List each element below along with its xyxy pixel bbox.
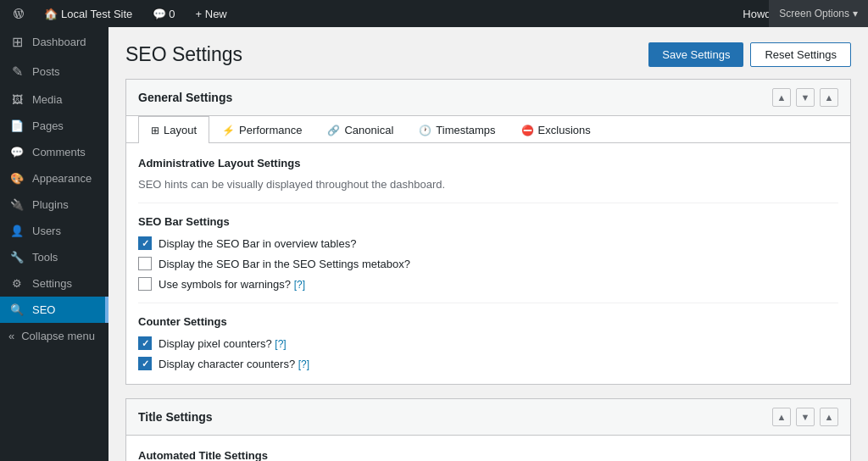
users-link[interactable]: 👤 Users bbox=[0, 218, 108, 244]
comments-icon: 💬 bbox=[8, 146, 25, 158]
sidebar-item-tools[interactable]: 🔧 Tools bbox=[0, 244, 108, 270]
use-symbols-checkbox[interactable] bbox=[138, 277, 152, 291]
sidebar-item-label: Settings bbox=[32, 277, 72, 290]
collapse-menu-button[interactable]: « Collapse menu bbox=[0, 323, 108, 349]
page-header-actions: Save Settings Reset Settings bbox=[648, 42, 851, 67]
save-settings-button[interactable]: Save Settings bbox=[648, 42, 743, 67]
seo-bar-heading: SEO Bar Settings bbox=[138, 215, 838, 228]
title-box-minimize-button[interactable]: ▲ bbox=[820, 408, 838, 426]
section-divider-2 bbox=[138, 303, 838, 303]
pages-link[interactable]: 📄 Pages bbox=[0, 113, 108, 139]
use-symbols-help-link[interactable]: [?] bbox=[294, 279, 305, 291]
sidebar-item-pages[interactable]: 📄 Pages bbox=[0, 113, 108, 139]
posts-icon: ✎ bbox=[8, 64, 25, 80]
dashboard-link[interactable]: ⊞ Dashboard bbox=[0, 27, 108, 57]
admin-layout-heading: Administrative Layout Settings bbox=[138, 157, 838, 169]
box-collapse-down-button[interactable]: ▼ bbox=[796, 88, 815, 107]
reset-settings-button[interactable]: Reset Settings bbox=[750, 42, 851, 67]
tab-exclusions[interactable]: ⛔ Exclusions bbox=[509, 116, 604, 143]
comments-link[interactable]: 💬 Comments bbox=[0, 139, 108, 165]
pages-icon: 📄 bbox=[8, 119, 25, 132]
general-settings-header: General Settings ▲ ▼ ▲ bbox=[126, 80, 850, 116]
media-icon: 🖼 bbox=[8, 93, 25, 106]
performance-tab-icon: ⚡ bbox=[222, 125, 235, 136]
pixel-counters-help-link[interactable]: [?] bbox=[275, 338, 286, 350]
admin-layout-section: Administrative Layout Settings SEO hints… bbox=[138, 157, 838, 191]
title-box-controls: ▲ ▼ ▲ bbox=[772, 408, 838, 426]
sidebar-item-users[interactable]: 👤 Users bbox=[0, 218, 108, 244]
title-box-collapse-up-button[interactable]: ▲ bbox=[772, 408, 791, 426]
seo-icon: 🔍 bbox=[8, 303, 25, 316]
sidebar-item-media[interactable]: 🖼 Media bbox=[0, 86, 108, 113]
seo-link[interactable]: 🔍 SEO bbox=[0, 297, 108, 323]
box-collapse-up-button[interactable]: ▲ bbox=[772, 88, 791, 107]
char-counters-row: Display character counters? [?] bbox=[138, 357, 838, 370]
title-settings-header: Title Settings ▲ ▼ ▲ bbox=[126, 399, 850, 436]
pixel-counters-checkbox[interactable] bbox=[138, 336, 152, 350]
collapse-arrow-icon: « bbox=[8, 330, 14, 342]
plugins-link[interactable]: 🔌 Plugins bbox=[0, 192, 108, 218]
tools-icon: 🔧 bbox=[8, 251, 25, 264]
media-link[interactable]: 🖼 Media bbox=[0, 86, 108, 113]
appearance-link[interactable]: 🎨 Appearance bbox=[0, 165, 108, 192]
comments-count: 0 bbox=[169, 8, 175, 20]
sidebar-item-dashboard[interactable]: ⊞ Dashboard bbox=[0, 27, 108, 57]
seo-bar-metabox-checkbox[interactable] bbox=[138, 257, 152, 270]
timestamps-tab-icon: 🕐 bbox=[419, 125, 431, 136]
admin-layout-description: SEO hints can be visually displayed thro… bbox=[138, 178, 838, 191]
title-box-collapse-down-button[interactable]: ▼ bbox=[796, 408, 815, 426]
layout-tab-icon: ⊞ bbox=[151, 125, 159, 136]
sidebar-item-settings[interactable]: ⚙ Settings bbox=[0, 270, 108, 297]
site-name-link[interactable]: 🏠 Local Test Site bbox=[37, 8, 139, 20]
sidebar-item-posts[interactable]: ✎ Posts bbox=[0, 57, 108, 86]
tab-canonical-label: Canonical bbox=[344, 124, 393, 136]
use-symbols-label: Use symbols for warnings? [?] bbox=[159, 278, 305, 291]
comments-link[interactable]: 💬 0 bbox=[146, 8, 181, 20]
tab-canonical[interactable]: 🔗 Canonical bbox=[314, 116, 406, 143]
posts-link[interactable]: ✎ Posts bbox=[0, 57, 108, 86]
wp-logo[interactable] bbox=[7, 0, 31, 27]
admin-sidebar: ⊞ Dashboard ✎ Posts 🖼 Media 📄 Pa bbox=[0, 27, 108, 461]
box-controls: ▲ ▼ ▲ bbox=[772, 88, 838, 107]
tab-exclusions-label: Exclusions bbox=[538, 124, 591, 136]
main-layout: ⊞ Dashboard ✎ Posts 🖼 Media 📄 Pa bbox=[0, 27, 868, 461]
tab-performance-label: Performance bbox=[239, 124, 302, 136]
sidebar-item-label: Dashboard bbox=[32, 36, 86, 48]
tab-timestamps[interactable]: 🕐 Timestamps bbox=[406, 116, 508, 143]
title-settings-title: Title Settings bbox=[138, 410, 213, 424]
box-minimize-button[interactable]: ▲ bbox=[820, 88, 838, 107]
tab-layout[interactable]: ⊞ Layout bbox=[138, 116, 209, 143]
page-header: SEO Settings Save Settings Reset Setting… bbox=[125, 27, 851, 79]
sidebar-item-appearance[interactable]: 🎨 Appearance bbox=[0, 165, 108, 192]
sidebar-item-label: Appearance bbox=[32, 172, 92, 185]
tools-link[interactable]: 🔧 Tools bbox=[0, 244, 108, 270]
appearance-icon: 🎨 bbox=[8, 172, 25, 185]
seo-bar-section: SEO Bar Settings Display the SEO Bar in … bbox=[138, 215, 838, 291]
settings-link[interactable]: ⚙ Settings bbox=[0, 270, 108, 297]
sidebar-item-plugins[interactable]: 🔌 Plugins bbox=[0, 192, 108, 218]
admin-menu: ⊞ Dashboard ✎ Posts 🖼 Media 📄 Pa bbox=[0, 27, 108, 323]
use-symbols-row: Use symbols for warnings? [?] bbox=[138, 277, 838, 291]
sidebar-item-seo[interactable]: 🔍 SEO bbox=[0, 297, 108, 323]
seo-bar-overview-checkbox[interactable] bbox=[138, 236, 152, 250]
comments-icon: 💬 bbox=[153, 8, 166, 20]
sidebar-item-comments[interactable]: 💬 Comments bbox=[0, 139, 108, 165]
screen-options-button[interactable]: Screen Options ▾ bbox=[769, 0, 868, 27]
sidebar-item-label: Posts bbox=[32, 65, 60, 78]
sidebar-item-label: Media bbox=[32, 93, 62, 106]
tab-performance[interactable]: ⚡ Performance bbox=[209, 116, 314, 143]
counter-section: Counter Settings Display pixel counters?… bbox=[138, 315, 838, 370]
sidebar-item-label: Comments bbox=[32, 146, 86, 158]
new-content-link[interactable]: + New bbox=[189, 8, 234, 20]
sidebar-item-label: Users bbox=[32, 225, 61, 237]
seo-bar-overview-row: Display the SEO Bar in overview tables? bbox=[138, 236, 838, 250]
title-settings-content: Automated Title Settings The page title … bbox=[126, 436, 850, 461]
seo-bar-overview-label: Display the SEO Bar in overview tables? bbox=[159, 237, 356, 250]
plugins-icon: 🔌 bbox=[8, 198, 25, 211]
char-counters-help-link[interactable]: [?] bbox=[298, 358, 309, 370]
title-settings-box: Title Settings ▲ ▼ ▲ Automated Title Set… bbox=[125, 398, 851, 461]
tabs-nav: ⊞ Layout ⚡ Performance 🔗 Canonical 🕐 Tim… bbox=[126, 116, 850, 143]
canonical-tab-icon: 🔗 bbox=[327, 125, 340, 136]
general-settings-title: General Settings bbox=[138, 91, 232, 104]
char-counters-checkbox[interactable] bbox=[138, 357, 152, 370]
